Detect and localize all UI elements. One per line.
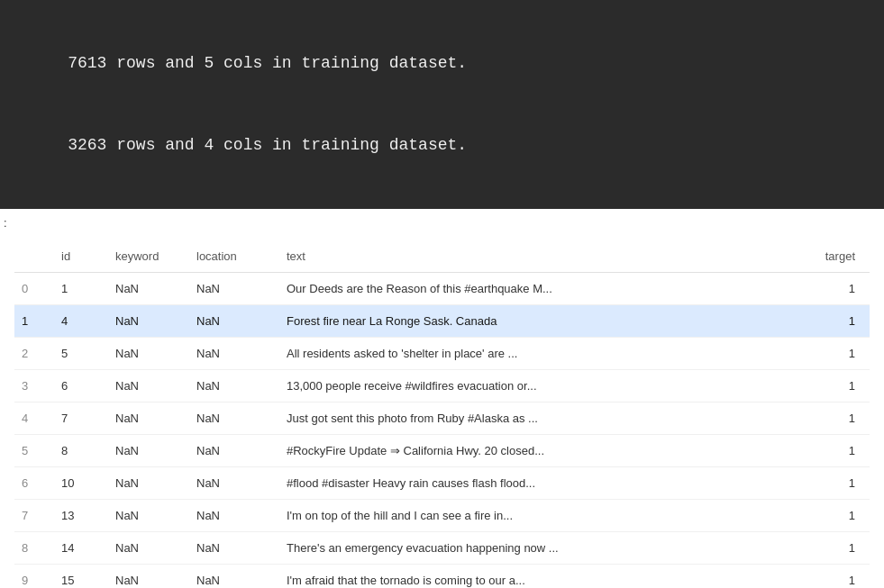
table-cell-4: I'm on top of the hill and I can see a f… bbox=[272, 499, 811, 531]
table-cell-0: 6 bbox=[14, 466, 47, 499]
table-row: 14NaNNaNForest fire near La Ronge Sask. … bbox=[14, 304, 870, 337]
table-cell-3: NaN bbox=[182, 337, 272, 369]
table-cell-4: Just got sent this photo from Ruby #Alas… bbox=[272, 402, 811, 434]
table-cell-2: NaN bbox=[101, 272, 182, 304]
table-cell-2: NaN bbox=[101, 531, 182, 564]
table-cell-3: NaN bbox=[182, 402, 272, 434]
col-header-keyword: keyword bbox=[101, 240, 182, 273]
table-row: 25NaNNaNAll residents asked to 'shelter … bbox=[14, 337, 870, 369]
table-cell-0: 8 bbox=[14, 531, 47, 564]
table-cell-1: 10 bbox=[47, 466, 101, 499]
table-cell-3: NaN bbox=[182, 531, 272, 564]
terminal-line1: 7613 rows and 5 cols in training dataset… bbox=[68, 54, 467, 72]
data-table-container: id keyword location text target 01NaNNaN… bbox=[0, 233, 884, 588]
table-cell-1: 13 bbox=[47, 499, 101, 531]
table-cell-0: 7 bbox=[14, 499, 47, 531]
col-header-id: id bbox=[47, 240, 101, 273]
table-cell-1: 7 bbox=[47, 402, 101, 434]
table-cell-1: 6 bbox=[47, 369, 101, 402]
table-cell-4: There's an emergency evacuation happenin… bbox=[272, 531, 811, 564]
col-header-location: location bbox=[182, 240, 272, 273]
table-row: 36NaNNaN13,000 people receive #wildfires… bbox=[14, 369, 870, 402]
colon-label: : bbox=[0, 209, 884, 233]
table-cell-5: 1 bbox=[811, 402, 870, 434]
terminal-text: 7613 rows and 5 cols in training dataset… bbox=[29, 22, 855, 187]
table-cell-5: 1 bbox=[811, 434, 870, 466]
table-cell-4: 13,000 people receive #wildfires evacuat… bbox=[272, 369, 811, 402]
table-cell-4: #RockyFire Update ⇒ California Hwy. 20 c… bbox=[272, 434, 811, 466]
table-cell-4: #flood #disaster Heavy rain causes flash… bbox=[272, 466, 811, 499]
table-cell-3: NaN bbox=[182, 434, 272, 466]
table-cell-2: NaN bbox=[101, 402, 182, 434]
table-cell-3: NaN bbox=[182, 499, 272, 531]
table-cell-3: NaN bbox=[182, 564, 272, 588]
table-cell-2: NaN bbox=[101, 499, 182, 531]
table-cell-5: 1 bbox=[811, 564, 870, 588]
table-cell-2: NaN bbox=[101, 304, 182, 337]
table-cell-2: NaN bbox=[101, 337, 182, 369]
table-cell-3: NaN bbox=[182, 369, 272, 402]
table-cell-5: 1 bbox=[811, 466, 870, 499]
table-cell-1: 14 bbox=[47, 531, 101, 564]
col-header-target: target bbox=[811, 240, 870, 273]
table-row: 814NaNNaNThere's an emergency evacuation… bbox=[14, 531, 870, 564]
table-row: 915NaNNaNI'm afraid that the tornado is … bbox=[14, 564, 870, 588]
table-cell-5: 1 bbox=[811, 499, 870, 531]
table-cell-0: 1 bbox=[14, 304, 47, 337]
table-cell-5: 1 bbox=[811, 531, 870, 564]
table-cell-1: 1 bbox=[47, 272, 101, 304]
table-cell-5: 1 bbox=[811, 337, 870, 369]
table-row: 47NaNNaNJust got sent this photo from Ru… bbox=[14, 402, 870, 434]
table-cell-1: 5 bbox=[47, 337, 101, 369]
terminal-output: 7613 rows and 5 cols in training dataset… bbox=[0, 0, 884, 209]
table-cell-3: NaN bbox=[182, 272, 272, 304]
table-cell-0: 3 bbox=[14, 369, 47, 402]
terminal-line2: 3263 rows and 4 cols in training dataset… bbox=[68, 136, 467, 154]
table-row: 01NaNNaNOur Deeds are the Reason of this… bbox=[14, 272, 870, 304]
table-cell-0: 0 bbox=[14, 272, 47, 304]
table-row: 610NaNNaN#flood #disaster Heavy rain cau… bbox=[14, 466, 870, 499]
table-cell-0: 5 bbox=[14, 434, 47, 466]
table-cell-5: 1 bbox=[811, 369, 870, 402]
table-cell-5: 1 bbox=[811, 304, 870, 337]
table-cell-0: 9 bbox=[14, 564, 47, 588]
table-cell-2: NaN bbox=[101, 564, 182, 588]
table-row: 713NaNNaNI'm on top of the hill and I ca… bbox=[14, 499, 870, 531]
table-cell-2: NaN bbox=[101, 434, 182, 466]
table-cell-2: NaN bbox=[101, 369, 182, 402]
table-cell-1: 15 bbox=[47, 564, 101, 588]
table-cell-5: 1 bbox=[811, 272, 870, 304]
table-cell-1: 4 bbox=[47, 304, 101, 337]
table-cell-4: All residents asked to 'shelter in place… bbox=[272, 337, 811, 369]
table-header-row: id keyword location text target bbox=[14, 240, 870, 273]
table-cell-4: Forest fire near La Ronge Sask. Canada bbox=[272, 304, 811, 337]
table-cell-1: 8 bbox=[47, 434, 101, 466]
col-header-index bbox=[14, 240, 47, 273]
data-table: id keyword location text target 01NaNNaN… bbox=[14, 240, 870, 588]
table-cell-2: NaN bbox=[101, 466, 182, 499]
table-cell-3: NaN bbox=[182, 304, 272, 337]
col-header-text: text bbox=[272, 240, 811, 273]
table-cell-4: Our Deeds are the Reason of this #earthq… bbox=[272, 272, 811, 304]
table-cell-3: NaN bbox=[182, 466, 272, 499]
table-cell-4: I'm afraid that the tornado is coming to… bbox=[272, 564, 811, 588]
table-cell-0: 4 bbox=[14, 402, 47, 434]
table-cell-0: 2 bbox=[14, 337, 47, 369]
table-row: 58NaNNaN#RockyFire Update ⇒ California H… bbox=[14, 434, 870, 466]
